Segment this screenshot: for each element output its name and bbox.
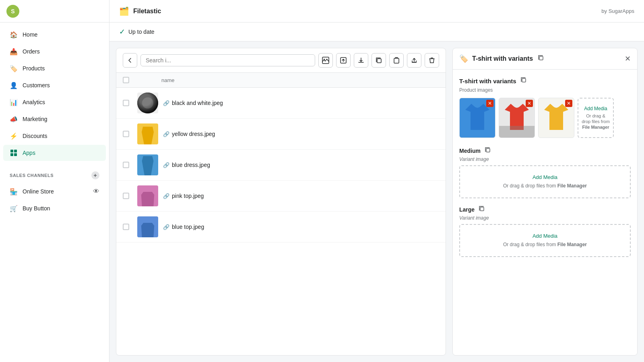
large-variant-subtitle: Variant image: [459, 215, 631, 221]
file-checkbox[interactable]: [123, 193, 129, 199]
download-button[interactable]: [354, 53, 368, 68]
apps-icon: [10, 149, 18, 157]
sidebar-item-buy-button[interactable]: 🛒 Buy Button: [3, 200, 106, 216]
sidebar-item-home[interactable]: 🏠 Home: [3, 27, 106, 43]
link-icon: 🔗: [163, 224, 169, 230]
link-icon: 🔗: [163, 193, 169, 199]
sidebar-item-customers[interactable]: 👤 Customers: [3, 77, 106, 93]
product-image-yellow: ✕: [538, 98, 574, 138]
panel-close-button[interactable]: ✕: [625, 54, 631, 63]
file-item[interactable]: 🔗 yellow dress.jpeg: [116, 119, 446, 150]
upload-file-button[interactable]: [336, 53, 351, 68]
sidebar-item-analytics[interactable]: 📊 Analytics: [3, 94, 106, 110]
sidebar-home-label: Home: [23, 31, 37, 38]
delete-red-image-button[interactable]: ✕: [526, 100, 533, 107]
sidebar-item-products[interactable]: 🏷️ Products: [3, 60, 106, 76]
large-variant-section: Large Variant image Add Media Or drag & …: [459, 205, 631, 257]
image-view-button[interactable]: [318, 53, 333, 68]
sidebar-discounts-label: Discounts: [23, 133, 47, 139]
large-variant-title: Large: [459, 205, 631, 214]
buy-button-label: Buy Button: [23, 205, 50, 212]
panel-title: T-shirt with variants: [472, 55, 533, 62]
sidebar-apps-label: Apps: [23, 150, 35, 156]
file-checkbox[interactable]: [123, 224, 129, 230]
delete-button[interactable]: [425, 53, 439, 68]
medium-copy-button[interactable]: [484, 146, 492, 156]
file-name-text: 🔗 pink top.jpeg: [163, 193, 204, 199]
right-panel: 🏷️ T-shirt with variants ✕ T-shirt with …: [452, 48, 638, 356]
sidebar-item-apps[interactable]: Apps: [3, 145, 106, 161]
file-item[interactable]: 🔗 pink top.jpeg: [116, 181, 446, 212]
status-text: Up to date: [128, 29, 155, 35]
file-thumbnail: [137, 185, 158, 206]
svg-rect-11: [486, 148, 490, 152]
file-list-header: name: [116, 73, 446, 88]
eye-icon[interactable]: 👁: [93, 188, 99, 195]
large-add-media-zone[interactable]: Add Media Or drag & drop files from File…: [459, 224, 631, 257]
export-button[interactable]: [407, 53, 421, 68]
select-all-checkbox[interactable]: [123, 77, 129, 83]
svg-rect-3: [14, 153, 17, 156]
status-bar: ✓ Up to date: [109, 23, 644, 41]
back-button[interactable]: [123, 53, 137, 68]
products-icon: 🏷️: [10, 64, 18, 72]
add-product-image-button[interactable]: Add Media Or drag & drop files from File…: [578, 98, 614, 138]
customers-icon: 👤: [10, 81, 18, 89]
delete-blue-image-button[interactable]: ✕: [486, 100, 493, 107]
app-by: by SugarApps: [601, 8, 634, 14]
file-checkbox[interactable]: [123, 162, 129, 168]
delete-yellow-image-button[interactable]: ✕: [565, 100, 572, 107]
svg-rect-12: [480, 207, 484, 211]
file-name-text: 🔗 blue top.jpeg: [163, 224, 204, 230]
file-item[interactable]: 🔗 blue dress.jpeg: [116, 150, 446, 181]
analytics-icon: 📊: [10, 98, 18, 106]
product-image-red: ✕: [499, 98, 535, 138]
link-icon: 🔗: [163, 162, 169, 168]
sidebar-item-online-store[interactable]: 🏪 Online Store 👁: [3, 183, 106, 200]
online-store-label: Online Store: [23, 188, 54, 195]
file-item[interactable]: 🔗 blue top.jpeg: [116, 212, 446, 243]
status-check-icon: ✓: [119, 27, 125, 36]
file-toolbar: [116, 48, 446, 73]
discounts-icon: ⚡: [10, 132, 18, 140]
file-thumbnail: [137, 93, 158, 113]
file-checkbox[interactable]: [123, 131, 129, 137]
file-thumbnail: [137, 123, 158, 144]
product-tag-icon: 🏷️: [459, 54, 468, 63]
svg-rect-8: [394, 58, 399, 63]
app-name: Filetastic: [133, 8, 161, 15]
panel-copy-button[interactable]: [537, 54, 545, 64]
svg-point-5: [324, 59, 325, 60]
app-header: 🗂️ Filetastic by SugarApps: [109, 0, 644, 23]
sidebar-item-orders[interactable]: 📥 Orders: [3, 43, 106, 60]
home-icon: 🏠: [10, 31, 18, 39]
medium-add-media-zone[interactable]: Add Media Or drag & drop files from File…: [459, 165, 631, 198]
file-name-text: 🔗 blue dress.jpeg: [163, 162, 210, 168]
product-title-copy-button[interactable]: [520, 76, 528, 86]
sidebar-item-marketing[interactable]: 📣 Marketing: [3, 111, 106, 127]
sidebar-marketing-label: Marketing: [23, 116, 47, 122]
product-images-title: T-shirt with variants: [459, 76, 631, 86]
svg-rect-7: [377, 59, 381, 63]
app-logo-icon: 🗂️: [119, 6, 129, 16]
search-input[interactable]: [140, 54, 315, 66]
medium-variant-section: Medium Variant image Add Media Or drag &…: [459, 146, 631, 198]
sidebar-orders-label: Orders: [23, 48, 40, 55]
orders-icon: 📥: [10, 47, 18, 56]
copy-button[interactable]: [372, 53, 386, 68]
file-checkbox[interactable]: [123, 100, 129, 106]
medium-variant-title: Medium: [459, 146, 631, 156]
add-sales-channel-button[interactable]: +: [91, 171, 99, 179]
file-item[interactable]: 🔗 black and white.jpeg: [116, 88, 446, 119]
link-icon: 🔗: [163, 131, 169, 137]
sidebar-item-discounts[interactable]: ⚡ Discounts: [3, 128, 106, 144]
file-list-name-header: name: [161, 77, 439, 83]
product-images-subtitle: Product images: [459, 87, 631, 93]
marketing-icon: 📣: [10, 115, 18, 123]
clipboard-button[interactable]: [389, 53, 404, 68]
large-copy-button[interactable]: [478, 205, 486, 214]
sidebar-analytics-label: Analytics: [23, 99, 45, 105]
svg-rect-9: [539, 56, 543, 60]
link-icon: 🔗: [163, 100, 169, 106]
file-name-text: 🔗 yellow dress.jpeg: [163, 131, 215, 137]
